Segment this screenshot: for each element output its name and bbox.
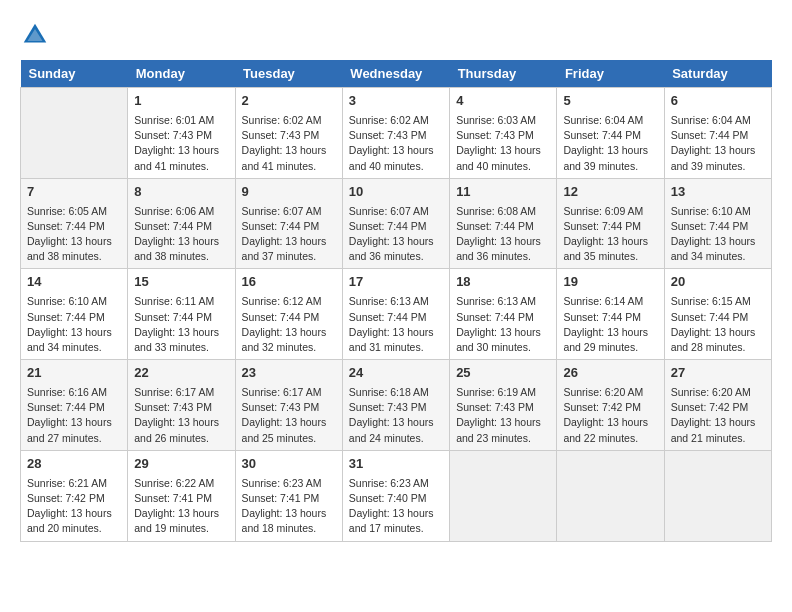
day-info: Sunrise: 6:18 AMSunset: 7:43 PMDaylight:… [349, 386, 434, 444]
day-cell: 26Sunrise: 6:20 AMSunset: 7:42 PMDayligh… [557, 360, 664, 451]
logo-icon [20, 20, 50, 50]
day-cell: 27Sunrise: 6:20 AMSunset: 7:42 PMDayligh… [664, 360, 771, 451]
day-cell [21, 88, 128, 179]
day-cell: 14Sunrise: 6:10 AMSunset: 7:44 PMDayligh… [21, 269, 128, 360]
day-info: Sunrise: 6:02 AMSunset: 7:43 PMDaylight:… [242, 114, 327, 172]
day-number: 4 [456, 92, 550, 111]
day-number: 16 [242, 273, 336, 292]
day-number: 31 [349, 455, 443, 474]
day-info: Sunrise: 6:04 AMSunset: 7:44 PMDaylight:… [563, 114, 648, 172]
day-cell: 21Sunrise: 6:16 AMSunset: 7:44 PMDayligh… [21, 360, 128, 451]
day-cell: 19Sunrise: 6:14 AMSunset: 7:44 PMDayligh… [557, 269, 664, 360]
col-header-thursday: Thursday [450, 60, 557, 88]
day-info: Sunrise: 6:11 AMSunset: 7:44 PMDaylight:… [134, 295, 219, 353]
day-info: Sunrise: 6:02 AMSunset: 7:43 PMDaylight:… [349, 114, 434, 172]
day-info: Sunrise: 6:03 AMSunset: 7:43 PMDaylight:… [456, 114, 541, 172]
week-row-5: 28Sunrise: 6:21 AMSunset: 7:42 PMDayligh… [21, 450, 772, 541]
day-number: 7 [27, 183, 121, 202]
day-info: Sunrise: 6:13 AMSunset: 7:44 PMDaylight:… [349, 295, 434, 353]
day-number: 26 [563, 364, 657, 383]
day-cell: 16Sunrise: 6:12 AMSunset: 7:44 PMDayligh… [235, 269, 342, 360]
day-info: Sunrise: 6:15 AMSunset: 7:44 PMDaylight:… [671, 295, 756, 353]
day-cell: 7Sunrise: 6:05 AMSunset: 7:44 PMDaylight… [21, 178, 128, 269]
calendar-table: SundayMondayTuesdayWednesdayThursdayFrid… [20, 60, 772, 542]
day-cell [664, 450, 771, 541]
day-info: Sunrise: 6:10 AMSunset: 7:44 PMDaylight:… [27, 295, 112, 353]
day-info: Sunrise: 6:17 AMSunset: 7:43 PMDaylight:… [134, 386, 219, 444]
day-info: Sunrise: 6:07 AMSunset: 7:44 PMDaylight:… [242, 205, 327, 263]
col-header-friday: Friday [557, 60, 664, 88]
day-cell: 18Sunrise: 6:13 AMSunset: 7:44 PMDayligh… [450, 269, 557, 360]
day-info: Sunrise: 6:01 AMSunset: 7:43 PMDaylight:… [134, 114, 219, 172]
day-number: 18 [456, 273, 550, 292]
day-cell: 2Sunrise: 6:02 AMSunset: 7:43 PMDaylight… [235, 88, 342, 179]
week-row-2: 7Sunrise: 6:05 AMSunset: 7:44 PMDaylight… [21, 178, 772, 269]
day-number: 9 [242, 183, 336, 202]
day-info: Sunrise: 6:23 AMSunset: 7:41 PMDaylight:… [242, 477, 327, 535]
day-number: 14 [27, 273, 121, 292]
day-info: Sunrise: 6:04 AMSunset: 7:44 PMDaylight:… [671, 114, 756, 172]
day-cell: 12Sunrise: 6:09 AMSunset: 7:44 PMDayligh… [557, 178, 664, 269]
day-cell: 29Sunrise: 6:22 AMSunset: 7:41 PMDayligh… [128, 450, 235, 541]
day-number: 19 [563, 273, 657, 292]
page-header [20, 20, 772, 50]
day-number: 11 [456, 183, 550, 202]
day-info: Sunrise: 6:14 AMSunset: 7:44 PMDaylight:… [563, 295, 648, 353]
day-number: 24 [349, 364, 443, 383]
day-cell: 31Sunrise: 6:23 AMSunset: 7:40 PMDayligh… [342, 450, 449, 541]
day-number: 28 [27, 455, 121, 474]
day-info: Sunrise: 6:08 AMSunset: 7:44 PMDaylight:… [456, 205, 541, 263]
calendar-header-row: SundayMondayTuesdayWednesdayThursdayFrid… [21, 60, 772, 88]
week-row-1: 1Sunrise: 6:01 AMSunset: 7:43 PMDaylight… [21, 88, 772, 179]
day-number: 6 [671, 92, 765, 111]
week-row-3: 14Sunrise: 6:10 AMSunset: 7:44 PMDayligh… [21, 269, 772, 360]
col-header-tuesday: Tuesday [235, 60, 342, 88]
day-info: Sunrise: 6:09 AMSunset: 7:44 PMDaylight:… [563, 205, 648, 263]
day-cell: 3Sunrise: 6:02 AMSunset: 7:43 PMDaylight… [342, 88, 449, 179]
day-cell: 9Sunrise: 6:07 AMSunset: 7:44 PMDaylight… [235, 178, 342, 269]
day-info: Sunrise: 6:23 AMSunset: 7:40 PMDaylight:… [349, 477, 434, 535]
day-cell: 30Sunrise: 6:23 AMSunset: 7:41 PMDayligh… [235, 450, 342, 541]
day-cell: 28Sunrise: 6:21 AMSunset: 7:42 PMDayligh… [21, 450, 128, 541]
day-info: Sunrise: 6:12 AMSunset: 7:44 PMDaylight:… [242, 295, 327, 353]
day-cell: 13Sunrise: 6:10 AMSunset: 7:44 PMDayligh… [664, 178, 771, 269]
col-header-monday: Monday [128, 60, 235, 88]
day-number: 5 [563, 92, 657, 111]
col-header-sunday: Sunday [21, 60, 128, 88]
col-header-saturday: Saturday [664, 60, 771, 88]
day-cell: 17Sunrise: 6:13 AMSunset: 7:44 PMDayligh… [342, 269, 449, 360]
day-cell [557, 450, 664, 541]
day-cell: 4Sunrise: 6:03 AMSunset: 7:43 PMDaylight… [450, 88, 557, 179]
day-cell: 24Sunrise: 6:18 AMSunset: 7:43 PMDayligh… [342, 360, 449, 451]
col-header-wednesday: Wednesday [342, 60, 449, 88]
day-info: Sunrise: 6:06 AMSunset: 7:44 PMDaylight:… [134, 205, 219, 263]
day-cell: 8Sunrise: 6:06 AMSunset: 7:44 PMDaylight… [128, 178, 235, 269]
day-number: 13 [671, 183, 765, 202]
day-cell: 25Sunrise: 6:19 AMSunset: 7:43 PMDayligh… [450, 360, 557, 451]
day-number: 12 [563, 183, 657, 202]
day-cell: 1Sunrise: 6:01 AMSunset: 7:43 PMDaylight… [128, 88, 235, 179]
day-number: 15 [134, 273, 228, 292]
day-cell: 20Sunrise: 6:15 AMSunset: 7:44 PMDayligh… [664, 269, 771, 360]
day-number: 22 [134, 364, 228, 383]
day-number: 23 [242, 364, 336, 383]
day-number: 1 [134, 92, 228, 111]
day-info: Sunrise: 6:20 AMSunset: 7:42 PMDaylight:… [671, 386, 756, 444]
day-number: 20 [671, 273, 765, 292]
day-number: 10 [349, 183, 443, 202]
day-number: 2 [242, 92, 336, 111]
day-number: 29 [134, 455, 228, 474]
day-cell: 11Sunrise: 6:08 AMSunset: 7:44 PMDayligh… [450, 178, 557, 269]
day-info: Sunrise: 6:07 AMSunset: 7:44 PMDaylight:… [349, 205, 434, 263]
day-number: 3 [349, 92, 443, 111]
day-info: Sunrise: 6:10 AMSunset: 7:44 PMDaylight:… [671, 205, 756, 263]
day-cell: 5Sunrise: 6:04 AMSunset: 7:44 PMDaylight… [557, 88, 664, 179]
day-info: Sunrise: 6:16 AMSunset: 7:44 PMDaylight:… [27, 386, 112, 444]
day-number: 30 [242, 455, 336, 474]
day-cell: 23Sunrise: 6:17 AMSunset: 7:43 PMDayligh… [235, 360, 342, 451]
day-number: 17 [349, 273, 443, 292]
day-cell: 22Sunrise: 6:17 AMSunset: 7:43 PMDayligh… [128, 360, 235, 451]
day-info: Sunrise: 6:21 AMSunset: 7:42 PMDaylight:… [27, 477, 112, 535]
week-row-4: 21Sunrise: 6:16 AMSunset: 7:44 PMDayligh… [21, 360, 772, 451]
day-number: 21 [27, 364, 121, 383]
